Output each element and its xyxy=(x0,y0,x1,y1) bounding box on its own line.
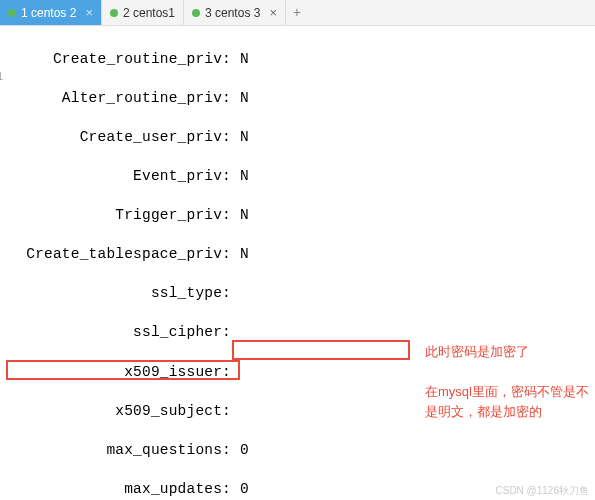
tab-bar: 1 centos 2 × 2 centos1 3 centos 3 × + xyxy=(0,0,595,26)
tab-centos-3[interactable]: 3 centos 3 × xyxy=(184,0,286,25)
tab-centos-1[interactable]: 2 centos1 xyxy=(102,0,184,25)
annotation-mysql-note: 在mysql里面，密码不管是不是明文，都是加密的 xyxy=(425,382,595,421)
field-val xyxy=(231,363,240,383)
field-key: Create_routine_priv: xyxy=(6,50,231,70)
field-key: Create_user_priv: xyxy=(6,128,231,148)
field-key: Event_priv: xyxy=(6,167,231,187)
field-key: ssl_type: xyxy=(6,284,231,304)
field-val: N xyxy=(231,167,249,187)
status-dot-icon xyxy=(110,9,118,17)
field-val xyxy=(231,323,240,343)
watermark: CSDN @1126秋刀鱼 xyxy=(495,484,589,498)
tab-label: 3 centos 3 xyxy=(205,6,260,20)
field-key: Alter_routine_priv: xyxy=(6,89,231,109)
field-val: 0 xyxy=(231,441,249,461)
field-key: ssl_cipher: xyxy=(6,323,231,343)
field-val: N xyxy=(231,245,249,265)
close-icon[interactable]: × xyxy=(85,5,93,20)
tab-label: 1 centos 2 xyxy=(21,6,76,20)
field-key: max_questions: xyxy=(6,441,231,461)
field-val: N xyxy=(231,128,249,148)
terminal-output[interactable]: Create_routine_priv: N Alter_routine_pri… xyxy=(0,26,595,500)
field-val: 0 xyxy=(231,480,249,500)
annotation-encrypted: 此时密码是加密了 xyxy=(425,342,529,362)
tab-label: 2 centos1 xyxy=(123,6,175,20)
field-val xyxy=(231,284,240,304)
field-key: x509_issuer: xyxy=(6,363,231,383)
close-icon[interactable]: × xyxy=(269,5,277,20)
status-dot-icon xyxy=(192,9,200,17)
gutter-marker: 1 xyxy=(0,70,3,82)
field-val: N xyxy=(231,206,249,226)
field-val: N xyxy=(231,50,249,70)
status-dot-icon xyxy=(8,9,16,17)
field-key: Create_tablespace_priv: xyxy=(6,245,231,265)
add-tab-button[interactable]: + xyxy=(286,0,308,25)
field-val xyxy=(231,402,240,422)
tab-centos-2[interactable]: 1 centos 2 × xyxy=(0,0,102,25)
field-val: N xyxy=(231,89,249,109)
field-key: Trigger_priv: xyxy=(6,206,231,226)
field-key: x509_subject: xyxy=(6,402,231,422)
field-key: max_updates: xyxy=(6,480,231,500)
